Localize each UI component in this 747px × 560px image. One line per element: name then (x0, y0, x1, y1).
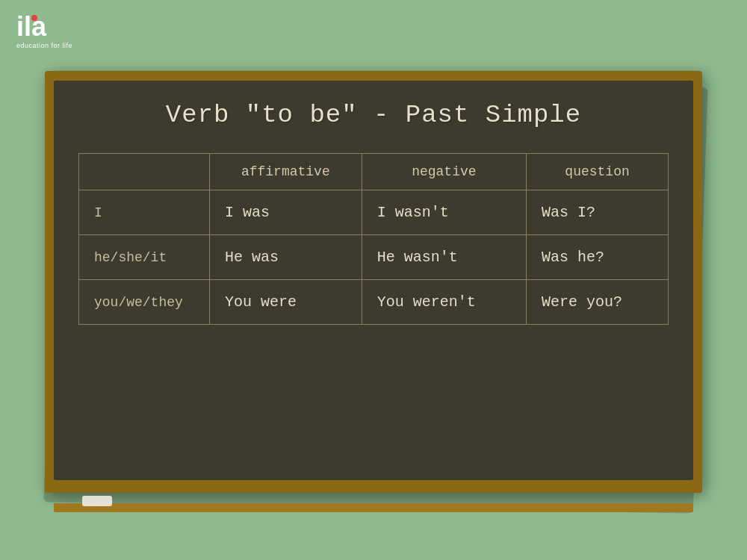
header-cell-subject (79, 154, 210, 190)
table-row: I I was I wasn't Was I? (79, 190, 669, 235)
logo-tagline: education for life (16, 42, 72, 49)
row-question-he: Was he? (527, 235, 669, 280)
chalk-piece (82, 496, 112, 506)
row-negative-I: I wasn't (362, 190, 526, 235)
header-cell-question: question (527, 154, 669, 190)
grammar-table: affirmative negative question I I was I … (78, 153, 669, 325)
board-title: Verb "to be" - Past Simple (54, 101, 693, 129)
table-header-row: affirmative negative question (79, 154, 669, 190)
row-question-I: Was I? (527, 190, 669, 235)
grammar-table-wrapper: affirmative negative question I I was I … (78, 153, 669, 325)
row-question-you: Were you? (527, 280, 669, 325)
row-subject-he: he/she/it (79, 235, 210, 280)
row-negative-you: You weren't (362, 280, 526, 325)
row-negative-he: He wasn't (362, 235, 526, 280)
table-row: you/we/they You were You weren't Were yo… (79, 280, 669, 325)
table-row: he/she/it He was He wasn't Was he? (79, 235, 669, 280)
row-affirmative-you: You were (210, 280, 362, 325)
logo-container: ila education for life (16, 13, 72, 49)
logo-dot-icon (31, 15, 37, 21)
header-cell-negative: negative (362, 154, 526, 190)
chalk-tray (54, 503, 693, 512)
row-subject-I: I (79, 190, 210, 235)
header-cell-affirmative: affirmative (210, 154, 362, 190)
row-affirmative-I: I was (210, 190, 362, 235)
row-subject-you: you/we/they (79, 280, 210, 325)
row-affirmative-he: He was (210, 235, 362, 280)
logo-text: ila (16, 13, 72, 40)
